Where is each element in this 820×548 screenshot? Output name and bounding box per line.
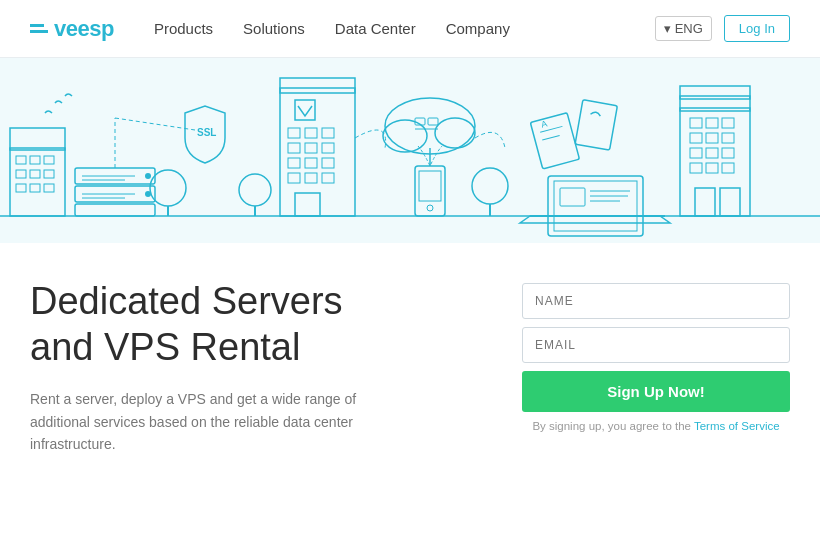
nav-item-products[interactable]: Products (154, 20, 213, 37)
svg-rect-73 (690, 133, 702, 143)
svg-rect-55 (530, 113, 579, 169)
terms-link[interactable]: Terms of Service (694, 420, 780, 432)
svg-rect-37 (288, 158, 300, 168)
svg-rect-79 (690, 163, 702, 173)
email-input[interactable] (522, 327, 790, 363)
svg-rect-10 (30, 184, 40, 192)
logo[interactable]: veesp (30, 16, 114, 42)
illustration-svg: SSL (0, 58, 820, 243)
signup-button[interactable]: Sign Up Now! (522, 371, 790, 412)
svg-rect-41 (305, 173, 317, 183)
svg-rect-35 (305, 143, 317, 153)
bottom-section: Dedicated Servers and VPS Rental Rent a … (0, 243, 820, 455)
svg-rect-8 (44, 170, 54, 178)
svg-rect-5 (44, 156, 54, 164)
svg-rect-39 (322, 158, 334, 168)
svg-rect-80 (706, 163, 718, 173)
svg-rect-78 (722, 148, 734, 158)
svg-rect-82 (695, 188, 715, 216)
lang-chevron-icon: ▾ (664, 21, 671, 36)
svg-rect-71 (706, 118, 718, 128)
svg-rect-81 (722, 163, 734, 173)
svg-rect-36 (322, 143, 334, 153)
svg-rect-72 (722, 118, 734, 128)
svg-text:A: A (540, 118, 548, 129)
svg-rect-51 (419, 171, 441, 201)
svg-rect-40 (288, 173, 300, 183)
svg-rect-31 (288, 128, 300, 138)
nav-right: ▾ ENG Log In (655, 15, 790, 42)
svg-rect-70 (690, 118, 702, 128)
svg-rect-76 (690, 148, 702, 158)
svg-rect-1 (10, 148, 65, 216)
svg-rect-42 (322, 173, 334, 183)
svg-rect-29 (280, 78, 355, 93)
svg-rect-11 (44, 184, 54, 192)
logo-text: veesp (54, 16, 114, 42)
language-selector[interactable]: ▾ ENG (655, 16, 712, 41)
terms-text: By signing up, you agree to the Terms of… (522, 420, 790, 432)
nav-links: Products Solutions Data Center Company (154, 20, 655, 37)
svg-rect-33 (322, 128, 334, 138)
logo-icon (30, 24, 48, 33)
svg-rect-14 (75, 204, 155, 216)
svg-point-26 (239, 174, 271, 206)
svg-rect-77 (706, 148, 718, 158)
svg-rect-74 (706, 133, 718, 143)
svg-rect-75 (722, 133, 734, 143)
svg-rect-43 (295, 193, 320, 216)
svg-point-46 (435, 118, 475, 148)
svg-rect-32 (305, 128, 317, 138)
headline: Dedicated Servers and VPS Rental (30, 279, 482, 370)
svg-rect-4 (30, 156, 40, 164)
svg-point-52 (427, 205, 433, 211)
subtext: Rent a server, deploy a VPS and get a wi… (30, 388, 360, 455)
svg-rect-62 (560, 188, 585, 206)
navbar: veesp Products Solutions Data Center Com… (0, 0, 820, 58)
svg-rect-3 (16, 156, 26, 164)
svg-rect-7 (30, 170, 40, 178)
svg-rect-69 (680, 86, 750, 99)
svg-text:SSL: SSL (197, 127, 216, 138)
svg-rect-48 (428, 118, 438, 125)
signup-form: Sign Up Now! By signing up, you agree to… (522, 279, 790, 455)
nav-item-company[interactable]: Company (446, 20, 510, 37)
svg-point-53 (472, 168, 508, 204)
svg-rect-34 (288, 143, 300, 153)
name-input[interactable] (522, 283, 790, 319)
svg-point-15 (145, 173, 151, 179)
svg-line-57 (542, 135, 559, 140)
svg-rect-38 (305, 158, 317, 168)
svg-rect-2 (10, 128, 65, 150)
svg-rect-83 (720, 188, 740, 216)
left-content: Dedicated Servers and VPS Rental Rent a … (30, 279, 482, 455)
svg-rect-59 (575, 100, 617, 150)
nav-item-data-center[interactable]: Data Center (335, 20, 416, 37)
svg-point-44 (385, 98, 475, 154)
login-button[interactable]: Log In (724, 15, 790, 42)
nav-item-solutions[interactable]: Solutions (243, 20, 305, 37)
svg-rect-6 (16, 170, 26, 178)
svg-rect-9 (16, 184, 26, 192)
svg-line-23 (115, 118, 195, 130)
hero-illustration: SSL (0, 58, 820, 243)
